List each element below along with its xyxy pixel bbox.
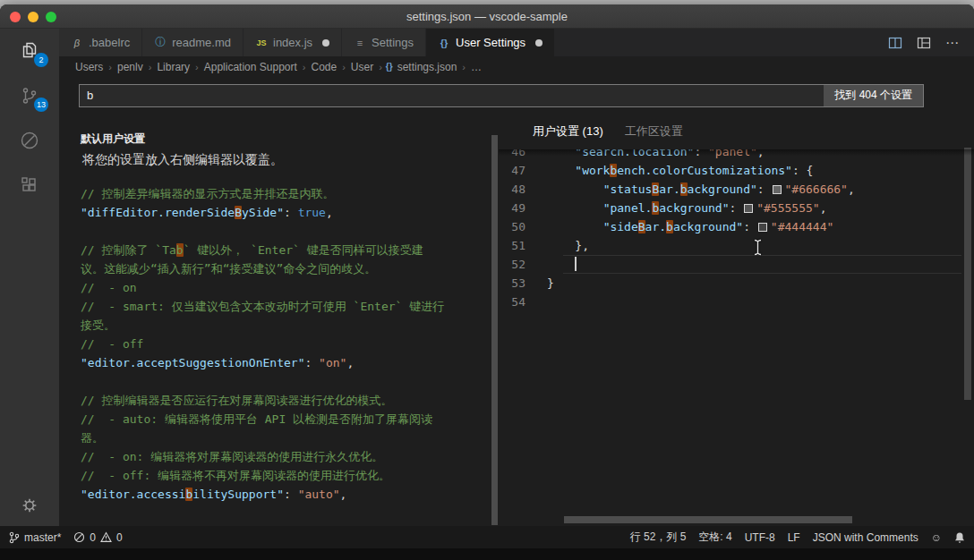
left-vertical-scrollbar[interactable] <box>491 135 498 525</box>
line-number: 49 <box>499 199 547 217</box>
code-line[interactable]: 51 }, <box>499 236 974 255</box>
debug-icon <box>19 130 40 151</box>
code-line[interactable]: 46 "search.location": "panel", <box>499 149 974 161</box>
code-line[interactable]: // - on <box>81 278 493 297</box>
tab-settings[interactable]: ≡ Settings <box>342 29 426 56</box>
git-branch-status[interactable]: master* <box>9 531 61 544</box>
user-settings-pane: 用户设置 (13) 工作区设置 46 "search.location": "p… <box>499 114 974 526</box>
code-line[interactable]: 47 "workbench.colorCustomizations": { <box>499 161 974 180</box>
modified-dot-icon <box>322 39 329 47</box>
breadcrumb-item[interactable]: Code <box>309 61 338 73</box>
editor-tab-bar: β .babelrc ⓘ readme.md JS index.js ≡ Set… <box>59 29 974 56</box>
code-line[interactable]: // 控制编辑器是否应运行在对屏幕阅读器进行优化的模式。 <box>81 391 493 410</box>
js-icon: JS <box>255 38 268 47</box>
default-settings-code[interactable]: // 控制差异编辑器的显示方式是并排还是内联。"diffEditor.rende… <box>59 168 499 504</box>
chevron-right-icon: › <box>299 62 310 72</box>
search-result-count: 找到 404 个设置 <box>824 85 923 106</box>
breadcrumb-item[interactable]: penlv <box>115 61 145 73</box>
code-line[interactable]: // - smart: 仅当建议包含文本改动时才可使用 `Enter` 键进行 <box>81 297 493 316</box>
line-number: 54 <box>499 293 547 311</box>
activity-explorer[interactable]: 2 <box>0 29 59 73</box>
code-line[interactable]: 议。这能减少“插入新行”和“接受建议”命令之间的歧义。 <box>81 259 493 278</box>
activity-extensions[interactable] <box>0 163 59 208</box>
user-settings-editor[interactable]: 46 "search.location": "panel",47 "workbe… <box>499 149 974 526</box>
code-line[interactable] <box>81 222 493 241</box>
problems-status[interactable]: 0 0 <box>73 531 122 544</box>
tab-user-settings[interactable]: {} User Settings <box>426 29 555 56</box>
code-line[interactable]: "editor.accessibilitySupport": "auto", <box>81 485 493 504</box>
breadcrumb-item[interactable]: User <box>349 61 375 73</box>
settings-gear-button[interactable] <box>0 496 59 515</box>
more-actions-icon[interactable]: ⋯ <box>945 35 960 51</box>
cursor-position[interactable]: 行 52，列 5 <box>630 530 687 545</box>
code-line[interactable]: "editor.acceptSuggestionOnEnter": "on", <box>81 353 493 372</box>
tab-user-scope[interactable]: 用户设置 (13) <box>533 123 603 140</box>
tab-readme[interactable]: ⓘ readme.md <box>142 29 244 56</box>
activity-debug[interactable] <box>0 118 59 163</box>
code-line[interactable]: 器。 <box>81 428 493 447</box>
code-line[interactable] <box>81 372 493 391</box>
user-settings-code[interactable]: 46 "search.location": "panel",47 "workbe… <box>499 149 974 311</box>
right-horizontal-scrollbar[interactable] <box>564 516 852 523</box>
color-swatch[interactable] <box>744 204 753 213</box>
color-swatch[interactable] <box>773 185 782 194</box>
code-line[interactable]: // - off: 编辑器将不再对屏幕阅读器的使用进行优化。 <box>81 466 493 485</box>
modified-dot-icon <box>535 39 543 47</box>
feedback-smiley-icon[interactable]: ☺ <box>931 531 942 544</box>
info-icon: ⓘ <box>154 35 167 50</box>
code-line[interactable]: 48 "statusBar.background": "#666666", <box>499 180 974 199</box>
warning-icon <box>100 531 112 543</box>
minimize-button[interactable] <box>28 12 38 22</box>
tab-label: User Settings <box>456 36 525 49</box>
tab-workspace-scope[interactable]: 工作区设置 <box>625 123 683 140</box>
code-line[interactable]: 50 "sideBar.background": "#444444" <box>499 217 974 236</box>
indentation[interactable]: 空格: 4 <box>698 530 731 545</box>
tab-babelrc[interactable]: β .babelrc <box>59 29 142 56</box>
zoom-button[interactable] <box>46 12 56 22</box>
color-swatch[interactable] <box>758 223 767 232</box>
default-settings-title: 默认用户设置 <box>59 114 499 147</box>
code-line[interactable]: // - off <box>81 335 493 353</box>
encoding[interactable]: UTF-8 <box>745 531 775 544</box>
settings-search-input[interactable] <box>79 84 924 107</box>
breadcrumb-item[interactable]: Application Support <box>202 61 299 73</box>
line-number: 52 <box>499 255 547 274</box>
breadcrumb-item-file[interactable]: settings.json <box>396 61 459 73</box>
code-line[interactable]: 52 <box>499 255 974 274</box>
code-line[interactable]: 53} <box>499 274 974 293</box>
breadcrumb-item[interactable]: Users <box>73 61 105 73</box>
breadcrumb-item-more[interactable]: … <box>469 61 483 73</box>
code-line[interactable]: "diffEditor.renderSideBySide": true, <box>81 203 493 222</box>
notifications-bell-icon[interactable] <box>954 531 965 544</box>
language-mode[interactable]: JSON with Comments <box>813 531 918 544</box>
list-icon: ≡ <box>354 38 366 48</box>
tab-indexjs[interactable]: JS index.js <box>244 29 342 56</box>
breadcrumb-item[interactable]: Library <box>155 61 192 73</box>
code-line[interactable]: // 控制差异编辑器的显示方式是并排还是内联。 <box>81 184 493 203</box>
breadcrumb: Users › penlv › Library › Application Su… <box>59 56 974 77</box>
code-line[interactable]: // - on: 编辑器将对屏幕阅读器的使用进行永久优化。 <box>81 447 493 466</box>
code-line[interactable]: 54 <box>499 293 974 311</box>
braces-icon: {} <box>386 62 396 72</box>
close-button[interactable] <box>10 12 21 22</box>
chevron-right-icon: › <box>338 62 349 72</box>
code-line[interactable]: // 控制除了 `Tab` 键以外， `Enter` 键是否同样可以接受建 <box>81 241 493 259</box>
window-controls <box>10 12 56 22</box>
tab-label: .babelrc <box>89 36 130 49</box>
title-bar: settings.json — vscode-sample <box>0 4 974 29</box>
tab-label: index.js <box>273 36 312 49</box>
status-bar: master* 0 0 行 52，列 5 空格: 4 UTF-8 LF JSON… <box>0 526 974 548</box>
code-line[interactable]: 接受。 <box>81 316 493 335</box>
code-line[interactable]: // - auto: 编辑器将使用平台 API 以检测是否附加了屏幕阅读 <box>81 410 493 428</box>
activity-source-control[interactable]: 13 <box>0 73 59 118</box>
right-vertical-scrollbar[interactable] <box>964 148 971 400</box>
line-number: 51 <box>499 236 547 255</box>
tab-label: readme.md <box>172 36 231 49</box>
error-count: 0 <box>90 531 96 544</box>
explorer-badge: 2 <box>34 53 48 67</box>
branch-icon <box>9 531 20 544</box>
split-editor-icon[interactable] <box>888 36 902 50</box>
editor-layout-icon[interactable] <box>917 36 931 50</box>
code-line[interactable]: 49 "panel.background": "#555555", <box>499 199 974 217</box>
eol-sequence[interactable]: LF <box>788 531 800 544</box>
